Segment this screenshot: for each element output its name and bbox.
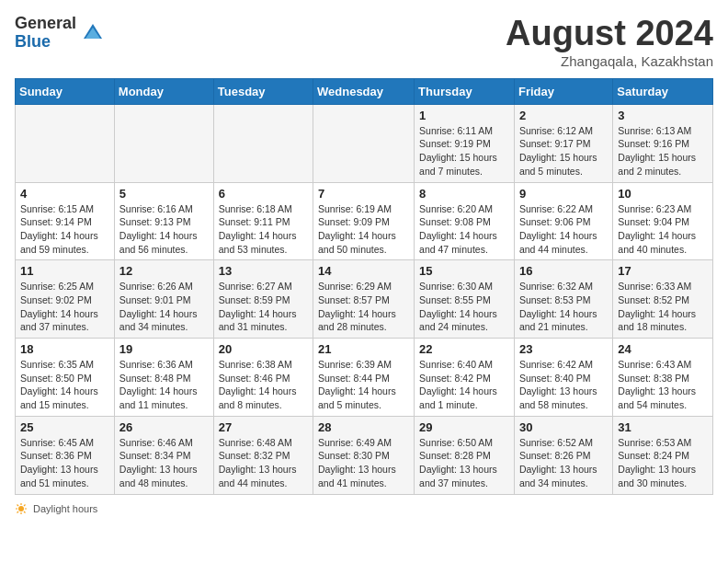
day-number: 27	[219, 420, 308, 434]
day-info: Sunrise: 6:43 AMSunset: 8:38 PMDaylight:…	[618, 358, 708, 412]
location-subtitle: Zhangaqala, Kazakhstan	[506, 53, 713, 69]
calendar-cell: 1Sunrise: 6:11 AMSunset: 9:19 PMDaylight…	[415, 104, 515, 182]
day-number: 22	[419, 342, 509, 356]
logo-blue: Blue	[15, 33, 76, 52]
calendar-cell: 14Sunrise: 6:29 AMSunset: 8:57 PMDayligh…	[313, 260, 415, 339]
calendar-cell: 16Sunrise: 6:32 AMSunset: 8:53 PMDayligh…	[514, 260, 612, 339]
day-info: Sunrise: 6:22 AMSunset: 9:06 PMDaylight:…	[519, 202, 608, 257]
weekday-header-friday: Friday	[514, 78, 612, 104]
calendar-cell: 2Sunrise: 6:12 AMSunset: 9:17 PMDaylight…	[514, 104, 612, 182]
calendar-table: SundayMondayTuesdayWednesdayThursdayFrid…	[15, 78, 713, 495]
svg-line-9	[24, 504, 26, 506]
day-number: 19	[119, 342, 209, 356]
calendar-cell: 27Sunrise: 6:48 AMSunset: 8:32 PMDayligh…	[213, 416, 313, 494]
day-info: Sunrise: 6:49 AMSunset: 8:30 PMDaylight:…	[318, 436, 409, 490]
day-info: Sunrise: 6:33 AMSunset: 8:52 PMDaylight:…	[618, 280, 708, 334]
calendar-cell: 18Sunrise: 6:35 AMSunset: 8:50 PMDayligh…	[16, 339, 115, 417]
day-info: Sunrise: 6:20 AMSunset: 9:08 PMDaylight:…	[419, 202, 509, 257]
calendar-cell: 4Sunrise: 6:15 AMSunset: 9:14 PMDaylight…	[16, 182, 115, 260]
day-info: Sunrise: 6:52 AMSunset: 8:26 PMDaylight:…	[519, 436, 608, 490]
day-info: Sunrise: 6:15 AMSunset: 9:14 PMDaylight:…	[20, 202, 109, 257]
week-row-1: 1Sunrise: 6:11 AMSunset: 9:19 PMDaylight…	[16, 104, 713, 182]
calendar-body: 1Sunrise: 6:11 AMSunset: 9:19 PMDaylight…	[16, 104, 713, 494]
day-info: Sunrise: 6:18 AMSunset: 9:11 PMDaylight:…	[219, 202, 308, 257]
calendar-cell	[114, 104, 213, 182]
calendar-cell: 8Sunrise: 6:20 AMSunset: 9:08 PMDaylight…	[415, 182, 515, 260]
svg-line-7	[17, 504, 19, 506]
calendar-cell: 3Sunrise: 6:13 AMSunset: 9:16 PMDaylight…	[613, 104, 713, 182]
weekday-header-row: SundayMondayTuesdayWednesdayThursdayFrid…	[16, 78, 713, 104]
day-info: Sunrise: 6:29 AMSunset: 8:57 PMDaylight:…	[318, 280, 409, 334]
calendar-cell: 5Sunrise: 6:16 AMSunset: 9:13 PMDaylight…	[114, 182, 213, 260]
day-number: 5	[119, 187, 209, 201]
day-number: 12	[119, 264, 209, 278]
day-number: 20	[219, 342, 308, 356]
calendar-cell: 7Sunrise: 6:19 AMSunset: 9:09 PMDaylight…	[313, 182, 415, 260]
calendar-header: SundayMondayTuesdayWednesdayThursdayFrid…	[16, 78, 713, 104]
logo-text: General Blue	[15, 15, 76, 52]
day-info: Sunrise: 6:50 AMSunset: 8:28 PMDaylight:…	[419, 436, 509, 490]
calendar-cell	[213, 104, 313, 182]
day-number: 9	[519, 187, 608, 201]
daylight-label: Daylight hours	[33, 503, 97, 514]
day-info: Sunrise: 6:38 AMSunset: 8:46 PMDaylight:…	[219, 358, 308, 412]
calendar-cell: 13Sunrise: 6:27 AMSunset: 8:59 PMDayligh…	[213, 260, 313, 339]
day-number: 14	[318, 264, 409, 278]
logo: General Blue	[15, 15, 106, 52]
calendar-cell: 6Sunrise: 6:18 AMSunset: 9:11 PMDaylight…	[213, 182, 313, 260]
logo-icon	[80, 20, 106, 46]
day-number: 1	[419, 109, 509, 122]
day-number: 18	[20, 342, 109, 356]
day-number: 30	[519, 420, 608, 434]
day-info: Sunrise: 6:16 AMSunset: 9:13 PMDaylight:…	[119, 202, 209, 257]
day-number: 7	[318, 187, 409, 201]
week-row-2: 4Sunrise: 6:15 AMSunset: 9:14 PMDaylight…	[16, 182, 713, 260]
weekday-header-monday: Monday	[114, 78, 213, 104]
calendar-cell: 21Sunrise: 6:39 AMSunset: 8:44 PMDayligh…	[313, 339, 415, 417]
footer: Daylight hours	[15, 502, 713, 515]
svg-line-10	[17, 511, 19, 513]
calendar-cell: 9Sunrise: 6:22 AMSunset: 9:06 PMDaylight…	[514, 182, 612, 260]
page-header: General Blue August 2024 Zhangaqala, Kaz…	[15, 15, 713, 69]
calendar-cell: 23Sunrise: 6:42 AMSunset: 8:40 PMDayligh…	[514, 339, 612, 417]
day-number: 28	[318, 420, 409, 434]
day-info: Sunrise: 6:35 AMSunset: 8:50 PMDaylight:…	[20, 358, 109, 412]
day-number: 31	[618, 420, 708, 434]
svg-line-8	[24, 511, 26, 513]
calendar-cell: 12Sunrise: 6:26 AMSunset: 9:01 PMDayligh…	[114, 260, 213, 339]
day-info: Sunrise: 6:36 AMSunset: 8:48 PMDaylight:…	[119, 358, 209, 412]
calendar-cell: 29Sunrise: 6:50 AMSunset: 8:28 PMDayligh…	[415, 416, 515, 494]
weekday-header-sunday: Sunday	[16, 78, 115, 104]
day-info: Sunrise: 6:42 AMSunset: 8:40 PMDaylight:…	[519, 358, 608, 412]
day-number: 3	[618, 109, 708, 122]
calendar-cell: 20Sunrise: 6:38 AMSunset: 8:46 PMDayligh…	[213, 339, 313, 417]
day-number: 10	[618, 187, 708, 201]
weekday-header-tuesday: Tuesday	[213, 78, 313, 104]
calendar-cell: 26Sunrise: 6:46 AMSunset: 8:34 PMDayligh…	[114, 416, 213, 494]
sun-icon	[15, 502, 28, 515]
week-row-5: 25Sunrise: 6:45 AMSunset: 8:36 PMDayligh…	[16, 416, 713, 494]
week-row-4: 18Sunrise: 6:35 AMSunset: 8:50 PMDayligh…	[16, 339, 713, 417]
day-info: Sunrise: 6:12 AMSunset: 9:17 PMDaylight:…	[519, 124, 608, 178]
day-number: 8	[419, 187, 509, 201]
title-area: August 2024 Zhangaqala, Kazakhstan	[506, 15, 713, 69]
day-info: Sunrise: 6:13 AMSunset: 9:16 PMDaylight:…	[618, 124, 708, 178]
calendar-cell: 19Sunrise: 6:36 AMSunset: 8:48 PMDayligh…	[114, 339, 213, 417]
day-info: Sunrise: 6:25 AMSunset: 9:02 PMDaylight:…	[20, 280, 109, 334]
day-number: 15	[419, 264, 509, 278]
day-number: 29	[419, 420, 509, 434]
logo-general: General	[15, 15, 76, 33]
day-info: Sunrise: 6:48 AMSunset: 8:32 PMDaylight:…	[219, 436, 308, 490]
day-info: Sunrise: 6:46 AMSunset: 8:34 PMDaylight:…	[119, 436, 209, 490]
week-row-3: 11Sunrise: 6:25 AMSunset: 9:02 PMDayligh…	[16, 260, 713, 339]
day-number: 6	[219, 187, 308, 201]
weekday-header-thursday: Thursday	[415, 78, 515, 104]
day-number: 13	[219, 264, 308, 278]
calendar-cell: 25Sunrise: 6:45 AMSunset: 8:36 PMDayligh…	[16, 416, 115, 494]
calendar-cell: 24Sunrise: 6:43 AMSunset: 8:38 PMDayligh…	[613, 339, 713, 417]
calendar-cell	[16, 104, 115, 182]
day-info: Sunrise: 6:30 AMSunset: 8:55 PMDaylight:…	[419, 280, 509, 334]
day-info: Sunrise: 6:32 AMSunset: 8:53 PMDaylight:…	[519, 280, 608, 334]
day-number: 16	[519, 264, 608, 278]
day-info: Sunrise: 6:19 AMSunset: 9:09 PMDaylight:…	[318, 202, 409, 257]
